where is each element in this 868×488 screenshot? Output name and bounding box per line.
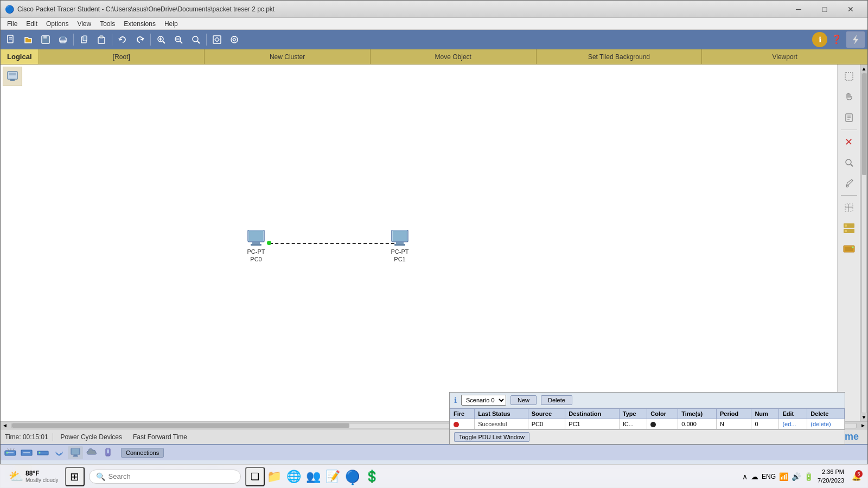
menu-help[interactable]: Help bbox=[160, 19, 182, 29]
pdu-edit-cell[interactable]: (ed... bbox=[779, 419, 807, 429]
notepad-icon: 📝 bbox=[326, 470, 340, 484]
pdu-row[interactable]: Successful PC0 PC1 IC... 0.000 N 0 (ed..… bbox=[450, 419, 845, 429]
clock-widget[interactable]: 2:36 PM 7/20/2023 bbox=[818, 468, 844, 485]
fast-forward-button[interactable]: Fast Forward Time bbox=[130, 432, 190, 442]
svg-point-19 bbox=[193, 36, 198, 42]
device-wireless-icon[interactable] bbox=[52, 446, 67, 459]
toolbar-custom2-button[interactable] bbox=[226, 32, 242, 47]
menu-view[interactable]: View bbox=[73, 19, 95, 29]
canvas[interactable]: PC-PT PC0 PC-PT PC1 bbox=[1, 65, 837, 421]
toolbar-save-button[interactable] bbox=[37, 32, 54, 47]
wifi-icon[interactable]: 📶 bbox=[779, 472, 788, 481]
device-panel-tool2[interactable] bbox=[839, 239, 859, 259]
draw-tool[interactable] bbox=[839, 174, 859, 193]
pc1-device[interactable]: PC-PT PC1 bbox=[390, 230, 410, 262]
vertical-scrollbar[interactable]: ▲ ▼ bbox=[860, 65, 867, 421]
device-hub-icon[interactable] bbox=[35, 446, 50, 459]
clock-date: 7/20/2023 bbox=[818, 477, 844, 485]
pinned-teams[interactable]: 👥 bbox=[304, 467, 323, 486]
pc0-device[interactable]: PC-PT PC0 bbox=[246, 230, 266, 262]
pdu-delete-button[interactable]: Delete bbox=[541, 395, 572, 405]
menu-file[interactable]: File bbox=[3, 19, 22, 29]
toolbar-redo-button[interactable] bbox=[132, 32, 148, 47]
toolbar-undo-button[interactable] bbox=[114, 32, 131, 47]
svg-line-42 bbox=[851, 164, 853, 166]
logical-set-background[interactable]: Set Tiled Background bbox=[536, 49, 702, 64]
device-router-icon[interactable] bbox=[3, 446, 18, 459]
logical-viewport[interactable]: Viewport bbox=[701, 49, 867, 64]
toolbar-copy-button[interactable] bbox=[76, 32, 92, 47]
toolbar-flash-button[interactable] bbox=[846, 31, 865, 48]
pdu-info-icon[interactable]: ℹ bbox=[454, 396, 457, 404]
pinned-edge[interactable]: 🌐 bbox=[284, 467, 304, 486]
toolbar-zoom-out-button[interactable] bbox=[170, 32, 187, 47]
select-tool[interactable] bbox=[839, 67, 859, 86]
pdu-new-button[interactable]: New bbox=[510, 395, 537, 405]
minimize-button[interactable]: ─ bbox=[786, 2, 811, 17]
power-cycle-button[interactable]: Power Cycle Devices bbox=[58, 432, 125, 442]
pc1-icon bbox=[390, 230, 410, 247]
menu-tools[interactable]: Tools bbox=[95, 19, 119, 29]
device-phone-icon[interactable] bbox=[100, 446, 116, 459]
toolbar-info-button[interactable]: ℹ bbox=[812, 32, 827, 47]
logical-move-object[interactable]: Move Object bbox=[370, 49, 536, 64]
volume-icon[interactable]: 🔊 bbox=[792, 472, 801, 481]
maximize-button[interactable]: □ bbox=[812, 2, 837, 17]
lang-indicator[interactable]: ENG bbox=[762, 473, 776, 480]
weather-widget[interactable]: ⛅ 88°F Mostly cloudy bbox=[4, 470, 65, 484]
battery-icon[interactable]: 🔋 bbox=[804, 472, 813, 481]
col-last-status: Last Status bbox=[475, 408, 528, 419]
menu-edit[interactable]: Edit bbox=[22, 19, 42, 29]
search-box[interactable]: 🔍 bbox=[89, 470, 241, 484]
note-tool[interactable] bbox=[839, 108, 859, 127]
delete-tool[interactable]: ✕ bbox=[839, 132, 859, 152]
close-button[interactable]: ✕ bbox=[838, 2, 863, 17]
connections-button[interactable]: Connections bbox=[121, 448, 164, 458]
pc1-label2: PC1 bbox=[394, 256, 405, 262]
menu-extensions[interactable]: Extensions bbox=[119, 19, 160, 29]
toggle-pdu-button[interactable]: Toggle PDU List Window bbox=[454, 432, 529, 442]
cloud-icon[interactable]: ☁ bbox=[751, 472, 758, 481]
svg-point-56 bbox=[7, 452, 8, 454]
toolbar-print-button[interactable] bbox=[55, 32, 71, 47]
chevron-up-icon[interactable]: ∧ bbox=[742, 472, 748, 481]
toolbar-help-button[interactable]: ❓ bbox=[828, 32, 845, 47]
col-delete: Delete bbox=[807, 408, 845, 419]
menu-options[interactable]: Options bbox=[42, 19, 73, 29]
window-controls: ─ □ ✕ bbox=[786, 2, 863, 17]
pdu-scenario-select[interactable]: Scenario 0 bbox=[461, 395, 506, 406]
svg-point-41 bbox=[846, 159, 851, 165]
grid-tool[interactable] bbox=[839, 198, 859, 217]
search-input[interactable] bbox=[108, 472, 234, 480]
device-panel-tool1[interactable] bbox=[839, 219, 859, 238]
edge2-icon: 🔵 bbox=[345, 470, 360, 484]
toolbar-new-button[interactable] bbox=[3, 32, 19, 47]
col-source: Source bbox=[528, 408, 565, 419]
device-cloud-icon[interactable] bbox=[84, 446, 99, 459]
logical-new-cluster[interactable]: New Cluster bbox=[204, 49, 370, 64]
start-button[interactable]: ⊞ bbox=[65, 467, 85, 486]
logical-root[interactable]: [Root] bbox=[39, 49, 205, 64]
toolbar-zoom-in-button[interactable] bbox=[153, 32, 169, 47]
pinned-notepad[interactable]: 📝 bbox=[323, 467, 343, 486]
device-switch-icon[interactable] bbox=[19, 446, 34, 459]
logical-view-icon[interactable] bbox=[3, 67, 22, 86]
hand-tool[interactable] bbox=[839, 87, 859, 107]
inspect-tool[interactable] bbox=[839, 153, 859, 172]
col-time: Time(s) bbox=[678, 408, 717, 419]
pinned-edge2[interactable]: 🔵 bbox=[343, 467, 362, 486]
pdu-delete-cell[interactable]: (delete) bbox=[807, 419, 845, 429]
task-view-button[interactable]: ❑ bbox=[245, 467, 265, 486]
connections-tab[interactable]: Connections bbox=[121, 448, 164, 458]
toolbar-open-button[interactable] bbox=[20, 32, 36, 47]
toolbar-custom1-button[interactable] bbox=[209, 32, 225, 47]
toolbar-zoom-fit-button[interactable] bbox=[188, 32, 204, 47]
pinned-files[interactable]: 📁 bbox=[265, 467, 284, 486]
toolbar-paste-button[interactable] bbox=[93, 32, 110, 47]
pinned-dollar[interactable]: 💲 bbox=[362, 467, 382, 486]
notification-button[interactable]: 🔔 5 bbox=[848, 469, 864, 484]
weather-condition: Mostly cloudy bbox=[25, 477, 59, 483]
pdu-fire-cell[interactable] bbox=[450, 419, 475, 429]
device-pc-icon[interactable] bbox=[68, 446, 83, 459]
svg-rect-31 bbox=[251, 244, 261, 246]
